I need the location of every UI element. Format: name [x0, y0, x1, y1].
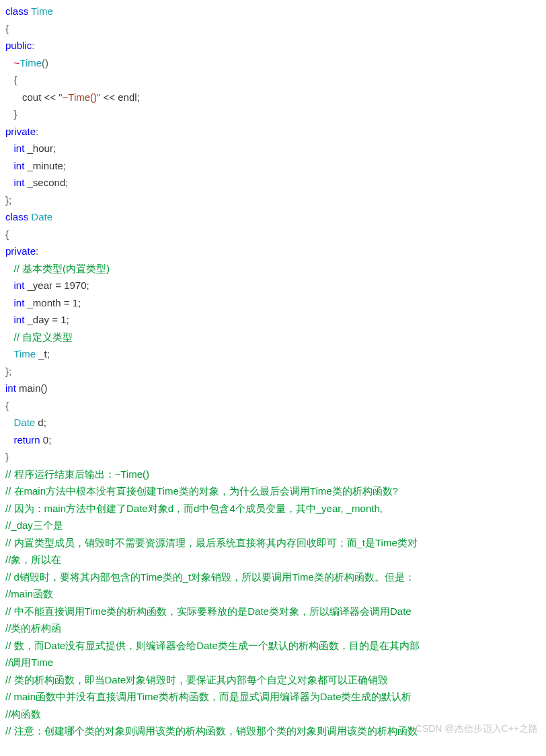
line-public: public: [5, 37, 541, 54]
type-time: Time [31, 5, 53, 17]
brace-close: } [14, 108, 17, 120]
line-comment: // 基本类型(内置类型) [5, 260, 541, 278]
id-day: _day = 1; [24, 314, 69, 325]
comment-line: //类的析构函 [5, 622, 61, 634]
dtor-paren: () [42, 57, 48, 69]
line-class-time: class Time [5, 3, 541, 20]
line-class-date: class Date [5, 208, 541, 226]
colon: : [32, 40, 34, 51]
line-private: private: [5, 243, 541, 260]
line-brace: } [5, 448, 541, 466]
comment-line: //构函数 [5, 708, 41, 720]
kw-int: int [14, 280, 25, 291]
kw-int: int [5, 382, 16, 394]
type-date: Date [31, 211, 52, 222]
comment-line: //main函数 [5, 588, 53, 599]
id-year: _year = 1970; [24, 280, 89, 291]
id-t: _t; [36, 348, 50, 360]
kw-public: public [5, 40, 32, 51]
line-brace: { [5, 71, 541, 89]
type-time: Time [13, 348, 36, 360]
comment-line: // main函数中并没有直接调用Time类析构函数，而是显式调用编译器为Dat… [5, 691, 412, 702]
line-return: return 0; [5, 431, 541, 449]
kw-private: private [5, 245, 36, 257]
comment-block: // 程序运行结束后输出：~Time() // 在main方法中根本没有直接创建… [5, 466, 541, 740]
comment-line: // 在main方法中根本没有直接创建Time类的对象，为什么最后会调用Time… [5, 485, 398, 497]
kw-int: int [14, 142, 25, 154]
class-end: }; [5, 366, 11, 377]
comment-line: // 内置类型成员，销毁时不需要资源清理，最后系统直接将其内存回收即可；而_t是… [5, 537, 418, 548]
comment-line: // 中不能直接调用Time类的析构函数，实际要释放的是Date类对象，所以编译… [5, 605, 412, 617]
comment-line: //象，所以在 [5, 554, 61, 565]
kw-private: private [5, 126, 36, 137]
brace-open: { [5, 228, 9, 240]
line-brace: } [5, 106, 541, 123]
line-private: private: [5, 123, 541, 140]
kw-int: int [14, 177, 25, 188]
type-date: Date [14, 417, 36, 428]
line-int-year: int _year = 1970; [5, 277, 541, 294]
line-time-t: Time _t; [5, 345, 541, 363]
brace-open: { [5, 400, 9, 411]
line-int-second: int _second; [5, 174, 541, 192]
op-tilde: ~ [14, 57, 20, 69]
line-brace: { [5, 226, 541, 243]
colon: : [36, 126, 38, 137]
line-cout: cout << "~Time()" << endl; [5, 89, 541, 106]
brace-close: } [5, 451, 9, 462]
comment-line: //_day三个是 [5, 519, 63, 531]
class-end: }; [5, 194, 11, 206]
kw-return: return [14, 434, 40, 446]
kw-class: class [5, 5, 28, 17]
comment-line: //调用Time [5, 657, 53, 668]
line-date-d: Date d; [5, 414, 541, 431]
line-int-day: int _day = 1; [5, 311, 541, 329]
comment-line: // 数，而Date没有显式提供，则编译器会给Date类生成一个默认的析构函数，… [5, 640, 420, 651]
line-destructor: ~Time() [5, 54, 541, 72]
id-month: _month = 1; [24, 297, 81, 308]
colon: : [36, 245, 38, 257]
id-hour: _hour; [24, 142, 56, 154]
kw-int: int [14, 314, 25, 325]
line-main: int main() [5, 380, 541, 397]
string-literal: "~Time()" [58, 91, 100, 103]
id-d: d; [35, 417, 46, 428]
comment-line: // 注意：创建哪个类的对象则调用该类的析构函数，销毁那个类的对象则调用该类的析… [5, 725, 418, 737]
line-end-class: }; [5, 192, 541, 209]
kw-int: int [14, 160, 25, 171]
line-int-hour: int _hour; [5, 140, 541, 157]
id-minute: _minute; [24, 160, 66, 171]
comment-line: // 类的析构函数，即当Date对象销毁时，要保证其内部每个自定义对象都可以正确… [5, 674, 388, 685]
comment-line: // 因为：main方法中创建了Date对象d，而d中包含4个成员变量，其中_y… [5, 503, 383, 514]
kw-class: class [5, 211, 28, 222]
code-block: class Time { public: ~Time() { cout << "… [5, 3, 541, 466]
line-end-class: }; [5, 363, 541, 380]
line-int-minute: int _minute; [5, 157, 541, 175]
line-brace: { [5, 20, 541, 38]
comment-line: // d销毁时，要将其内部包含的Time类的_t对象销毁，所以要调用Time类的… [5, 571, 415, 583]
id-main: main() [16, 382, 48, 394]
id-second: _second; [24, 177, 68, 188]
comment-basic-types: // 基本类型(内置类型) [14, 263, 110, 274]
comment-custom-type: // 自定义类型 [14, 331, 73, 343]
return-val: 0; [40, 434, 52, 446]
endl: << endl; [100, 91, 139, 103]
cout: cout << [22, 91, 58, 103]
line-int-month: int _month = 1; [5, 294, 541, 312]
brace-open: { [14, 74, 17, 85]
brace-open: { [5, 23, 9, 34]
line-comment: // 自定义类型 [5, 329, 541, 346]
dtor-name: Time [20, 57, 42, 69]
comment-line: // 程序运行结束后输出：~Time() [5, 468, 149, 480]
line-brace: { [5, 397, 541, 415]
kw-int: int [14, 297, 25, 308]
